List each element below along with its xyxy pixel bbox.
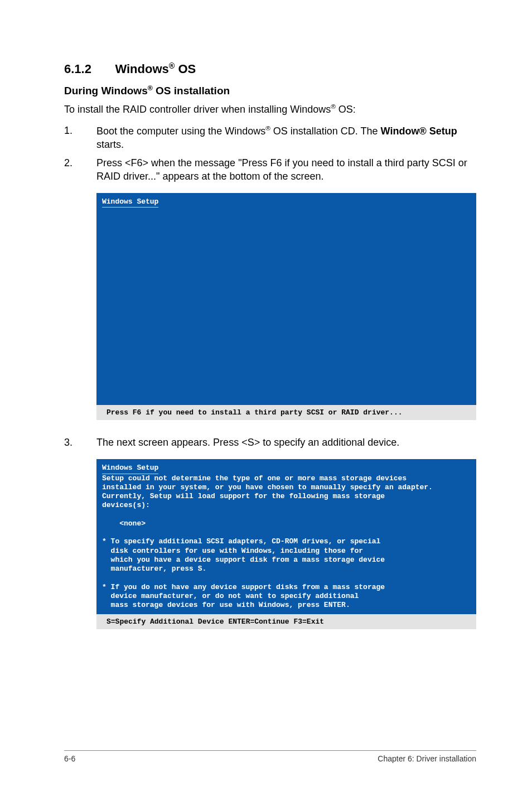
screen2-status-bar: S=Specify Additional Device ENTER=Contin…: [96, 614, 476, 629]
footer-page-number: 6-6: [64, 754, 75, 763]
step-number: 3.: [64, 436, 72, 449]
step1-bold: Window® Setup: [381, 126, 457, 137]
intro-text: To install the RAID controller driver wh…: [64, 102, 476, 116]
sub-post: OS installation: [153, 85, 230, 97]
step-number: 1.: [64, 124, 72, 137]
step1-sup: ®: [265, 124, 270, 132]
sub-heading: During Windows® OS installation: [64, 84, 476, 97]
screen1-status-bar: Press F6 if you need to install a third …: [96, 405, 476, 420]
title-pre: Windows: [115, 62, 168, 76]
page-footer: 6-6 Chapter 6: Driver installation: [64, 750, 476, 763]
title-post: OS: [175, 62, 196, 76]
screen1-title: Windows Setup: [102, 197, 158, 208]
title-sup: ®: [169, 61, 175, 70]
sub-sup: ®: [148, 84, 153, 92]
sub-pre: During Windows: [64, 85, 148, 97]
intro-post: OS:: [336, 104, 356, 115]
step1-pre: Boot the computer using the Windows: [96, 126, 265, 137]
intro-pre: To install the RAID controller driver wh…: [64, 104, 331, 115]
section-heading: 6.1.2 Windows® OS: [64, 61, 476, 76]
screen2-body: Setup could not determine the type of on…: [102, 474, 433, 610]
footer-chapter: Chapter 6: Driver installation: [378, 754, 476, 763]
step3-text: The next screen appears. Press <S> to sp…: [96, 437, 399, 448]
windows-setup-screen-1: Windows Setup: [96, 193, 476, 405]
step1-mid: OS installation CD. The: [270, 126, 381, 137]
step-number: 2.: [64, 156, 72, 170]
step1-post: starts.: [96, 139, 124, 150]
screenshot-2: Windows Setup Setup could not determine …: [96, 459, 476, 629]
step2-text: Press <F6> when the message "Press F6 if…: [96, 157, 467, 182]
screenshot-1: Windows Setup Press F6 if you need to in…: [96, 193, 476, 420]
list-item: 1. Boot the computer using the Windows® …: [64, 124, 476, 152]
ordered-list-cont: 3. The next screen appears. Press <S> to…: [64, 436, 476, 449]
ordered-list: 1. Boot the computer using the Windows® …: [64, 124, 476, 183]
windows-setup-screen-2: Windows Setup Setup could not determine …: [96, 459, 476, 614]
screen2-title: Windows Setup: [102, 464, 158, 474]
section-number: 6.1.2: [64, 62, 91, 76]
list-item: 2. Press <F6> when the message "Press F6…: [64, 156, 476, 184]
section-title: Windows® OS: [115, 62, 196, 76]
intro-sup: ®: [331, 103, 336, 110]
list-item: 3. The next screen appears. Press <S> to…: [64, 436, 476, 449]
